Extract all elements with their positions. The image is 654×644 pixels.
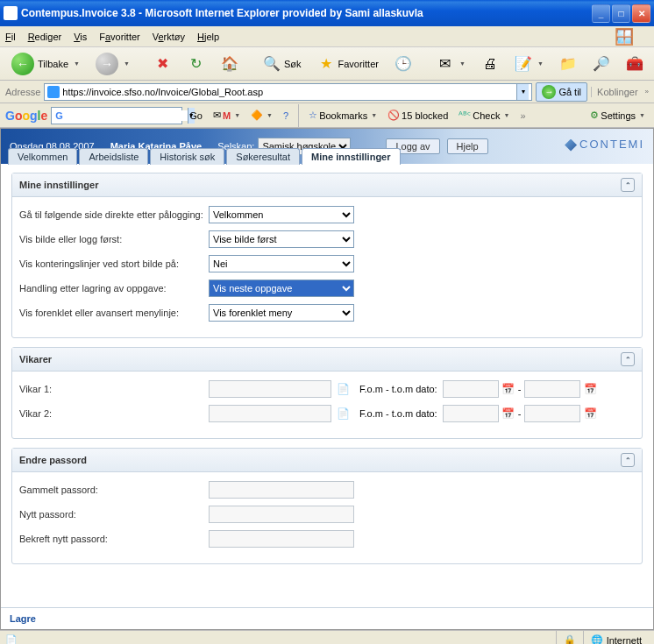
menu-file[interactable]: Fil (5, 32, 16, 42)
collapse-icon[interactable]: ⌃ (621, 453, 635, 467)
app-header: Onsdag 08.08.2007 Marja Katarina Påve Se… (1, 129, 653, 164)
menu-view[interactable]: Vis (74, 32, 87, 42)
address-bar: Adresse ▼ → Gå til Koblinger » (0, 81, 654, 103)
vikar2-to-input[interactable] (524, 405, 580, 422)
address-input[interactable] (62, 87, 516, 97)
vikar1-input[interactable] (209, 380, 331, 398)
tab-historisk-sok[interactable]: Historisk søk (150, 148, 224, 165)
help-button[interactable]: Hjelp (447, 138, 488, 154)
discuss-button[interactable]: 📁 (553, 52, 583, 76)
confirmpw-label: Bekreft nytt passord: (19, 534, 209, 544)
research-button[interactable]: 🔎 (586, 52, 616, 76)
window-titlebar: Contempus.Invoice 3.8 - Microsoft Intern… (0, 0, 654, 26)
newpw-input[interactable] (209, 506, 354, 523)
google-help-button[interactable]: ? (280, 109, 292, 123)
tool-button[interactable]: 🧰 (620, 52, 650, 76)
section-settings: Mine innstillinger ⌃ Gå til følgende sid… (11, 173, 643, 338)
links-label[interactable]: Koblinger (591, 87, 637, 97)
more-button[interactable]: » (516, 109, 529, 123)
collapse-icon[interactable]: ⌃ (621, 178, 635, 192)
newpw-label: Nytt passord: (19, 509, 209, 520)
stop-button[interactable]: ✖ (148, 52, 178, 76)
aftersave-select[interactable]: Vis neste oppgave (209, 280, 354, 297)
calendar-icon[interactable]: 📅 (501, 407, 515, 421)
address-label: Adresse (5, 87, 40, 97)
calendar-icon[interactable]: 📅 (583, 407, 597, 421)
close-button[interactable]: ✕ (632, 4, 650, 23)
confirmpw-input[interactable] (209, 530, 354, 548)
tab-sokeresultat[interactable]: Søkeresultat (226, 148, 300, 165)
vikar1-label: Vikar 1: (19, 384, 209, 394)
search-button[interactable]: 🔍Søk (257, 52, 308, 76)
favorites-button[interactable]: ★Favoritter (311, 52, 385, 76)
document-icon[interactable]: 📄 (336, 382, 350, 396)
brand-icon (565, 139, 577, 152)
google-extra-button[interactable]: 🔶▼ (247, 108, 276, 123)
favorites-label: Favoritter (338, 59, 379, 69)
google-go-button[interactable]: Go (186, 109, 206, 123)
landing-select[interactable]: Velkommen (209, 206, 354, 223)
settings-button[interactable]: ⚙ Settings▼ (586, 108, 649, 123)
menustyle-label: Vis forenklet eller avansert menylinje: (19, 308, 209, 318)
collapse-icon[interactable]: ⌃ (621, 352, 635, 366)
gmail-button[interactable]: ✉M▼ (210, 108, 244, 123)
tab-velkommen[interactable]: Velkommen (8, 148, 77, 165)
go-label: Gå til (558, 87, 581, 97)
menu-tools[interactable]: Verktøy (153, 32, 185, 42)
back-label: Tilbake (38, 59, 68, 69)
section-vikarer-header: Vikarer ⌃ (12, 348, 642, 372)
home-icon: 🏠 (221, 55, 238, 73)
oldpw-input[interactable] (209, 481, 354, 499)
home-button[interactable]: 🏠 (215, 52, 245, 76)
vikar1-from-input[interactable] (443, 380, 499, 398)
chevron-down-icon: ▼ (74, 60, 80, 67)
vikar2-from-input[interactable] (443, 405, 499, 422)
google-search-input[interactable] (67, 110, 188, 121)
refresh-icon: ↻ (188, 55, 205, 73)
menustyle-select[interactable]: Vis forenklet meny (209, 304, 354, 322)
vikar2-label: Vikar 2: (19, 408, 209, 419)
calendar-icon[interactable]: 📅 (583, 382, 597, 396)
popup-blocked-button[interactable]: 🚫 15 blocked (384, 108, 451, 123)
window-title: Contempus.Invoice 3.8 - Microsoft Intern… (21, 7, 592, 19)
menu-favorites[interactable]: Favoritter (99, 32, 139, 42)
showfirst-select[interactable]: Vise bilde først (209, 230, 354, 248)
back-button[interactable]: ← Tilbake ▼ (5, 49, 86, 79)
menu-help[interactable]: Hjelp (197, 32, 219, 42)
vikar1-to-input[interactable] (524, 380, 580, 398)
chevron-down-icon: ▼ (124, 60, 130, 67)
bookmarks-button[interactable]: ☆ Bookmarks▼ (305, 108, 380, 123)
print-button[interactable]: 🖨 (475, 52, 505, 76)
document-icon[interactable]: 📄 (336, 407, 350, 421)
edit-button[interactable]: 📝▼ (508, 52, 550, 76)
star-icon: ★ (317, 55, 335, 73)
research-icon: 🔎 (593, 55, 610, 73)
section-settings-header: Mine innstillinger ⌃ (12, 173, 642, 197)
app-tabs: Velkommen Arbeidsliste Historisk søk Søk… (8, 148, 402, 165)
save-link[interactable]: Lagre (10, 613, 36, 624)
menu-edit[interactable]: Rediger (28, 32, 62, 42)
main-panel: Mine innstillinger ⌃ Gå til følgende sid… (1, 164, 653, 607)
dash: - (518, 384, 522, 394)
mail-button[interactable]: ✉▼ (430, 52, 472, 76)
stop-icon: ✖ (154, 55, 172, 73)
tab-mine-innstillinger[interactable]: Mine innstillinger (302, 148, 400, 165)
spellcheck-button[interactable]: ᴬᴮᶜ Check▼ (455, 108, 513, 123)
lines-select[interactable]: Nei (209, 255, 354, 272)
calendar-icon[interactable]: 📅 (501, 382, 515, 396)
forward-button[interactable]: → ▼ (89, 49, 136, 79)
links-expand-icon[interactable]: » (645, 88, 649, 96)
address-dropdown[interactable]: ▼ (516, 84, 529, 100)
maximize-button[interactable]: □ (612, 4, 630, 23)
vikar2-input[interactable] (209, 405, 331, 422)
google-g-icon: G (52, 110, 67, 121)
oldpw-label: Gammelt passord: (19, 485, 209, 495)
history-button[interactable]: 🕒 (388, 52, 418, 76)
refresh-button[interactable]: ↻ (181, 52, 211, 76)
go-button[interactable]: → Gå til (536, 82, 587, 102)
dash: - (518, 408, 522, 419)
tab-arbeidsliste[interactable]: Arbeidsliste (79, 148, 148, 165)
minimize-button[interactable]: _ (592, 4, 610, 23)
mail-icon: ✉ (437, 55, 454, 73)
google-logo[interactable]: Google (5, 109, 47, 123)
